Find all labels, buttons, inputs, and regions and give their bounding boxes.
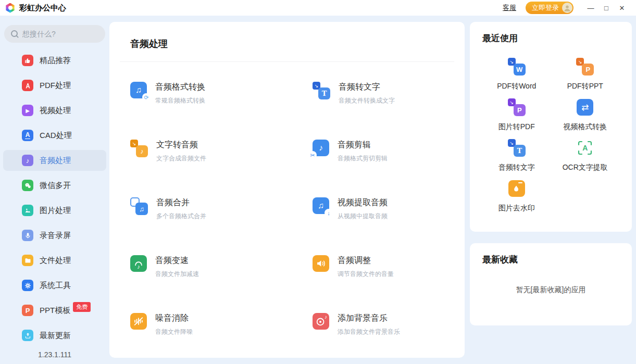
main-panel: 音频处理 ♫ ⟳ 音频格式转换 常规音频格式转换 ↘ T 音频转文字 音频文件转… xyxy=(109,22,465,358)
upload-icon xyxy=(22,330,33,341)
text-to-audio-icon: ↘ ♪ xyxy=(130,140,148,157)
feature-audio-speed[interactable]: ♪ 音频变速 音频文件加减速 xyxy=(130,255,313,279)
play-icon: ▶ xyxy=(22,105,33,116)
microphone-icon xyxy=(22,230,33,241)
sidebar-item-wechat[interactable]: 微信多开 xyxy=(3,175,106,196)
recent-item-video-format-convert[interactable]: ⇄ 视频格式转换 xyxy=(551,98,620,132)
sidebar-item-label: PPT模板 xyxy=(40,306,70,316)
sidebar-item-label: 图片处理 xyxy=(40,206,71,216)
feature-text-to-audio[interactable]: ↘ ♪ 文字转音频 文字合成音频文件 xyxy=(130,140,313,163)
recent-panel: 最近使用 ↘ W PDF转Word ↘ P PDF转PPT ↘ P 图片转PDF xyxy=(470,22,632,232)
down-arrow-icon: ↓ xyxy=(325,209,333,217)
pdf-icon xyxy=(22,80,33,91)
audio-speed-icon: ♪ xyxy=(130,255,147,272)
feature-video-extract-audio[interactable]: ♫ ↓ 视频提取音频 从视频中提取音频 xyxy=(313,197,444,221)
sidebar-item-label: 视频处理 xyxy=(40,106,71,116)
droplet-icon xyxy=(508,180,525,197)
avatar xyxy=(562,3,572,13)
speaker-icon xyxy=(313,255,329,272)
sidebar-item-cad[interactable]: A CAD处理 xyxy=(3,125,106,146)
favorites-panel: 最新收藏 暂无[最新收藏]的应用 xyxy=(470,243,632,325)
recent-item-image-to-pdf[interactable]: ↘ P 图片转PDF xyxy=(482,98,551,132)
scissors-icon: ✂ xyxy=(308,151,317,159)
sidebar-item-label: PDF处理 xyxy=(40,81,71,91)
feature-add-background-music[interactable]: ♪ 添加背景音乐 添加音频文件背景音乐 xyxy=(313,313,444,336)
sidebar-item-label: 微信多开 xyxy=(40,181,71,191)
audio-to-text-icon: ↘ T xyxy=(508,139,526,157)
sidebar-item-label: 最新更新 xyxy=(40,331,71,341)
sidebar-item-file[interactable]: 文件处理 xyxy=(3,250,106,271)
wechat-icon xyxy=(22,180,33,191)
recent-item-pdf-to-ppt[interactable]: ↘ P PDF转PPT xyxy=(551,58,620,91)
search-input[interactable] xyxy=(22,30,101,38)
free-badge: 免费 xyxy=(73,302,91,312)
pdf-to-word-icon: ↘ W xyxy=(508,58,526,76)
app-logo-icon xyxy=(5,3,15,13)
sidebar-item-label: 系统工具 xyxy=(40,281,71,291)
audio-to-text-icon: ↘ T xyxy=(313,82,330,99)
recent-item-audio-to-text[interactable]: ↘ T 音频转文字 xyxy=(482,139,551,172)
feature-audio-adjust[interactable]: 音频调整 调节音频文件的音量 xyxy=(313,255,444,279)
feature-grid: ♫ ⟳ 音频格式转换 常规音频格式转换 ↘ T 音频转文字 音频文件转换成文字 … xyxy=(130,82,444,336)
music-note-icon: ♪ xyxy=(22,155,33,166)
search-box[interactable] xyxy=(4,25,105,43)
favorites-title: 最新收藏 xyxy=(482,254,619,266)
favorites-empty-text: 暂无[最新收藏]的应用 xyxy=(482,285,619,295)
feature-audio-to-text[interactable]: ↘ T 音频转文字 音频文件转换成文字 xyxy=(313,82,444,105)
thumbs-up-icon xyxy=(22,55,33,66)
recent-item-watermark-removal[interactable]: 图片去水印 xyxy=(482,180,551,213)
sidebar-item-label: 音频处理 xyxy=(40,156,71,166)
pdf-to-ppt-icon: ↘ P xyxy=(576,58,594,76)
divider xyxy=(120,61,454,62)
folder-icon xyxy=(22,255,33,266)
recent-title: 最近使用 xyxy=(482,32,619,44)
sidebar-item-video[interactable]: ▶ 视频处理 xyxy=(3,100,106,121)
version-text: 1.23.1.111 xyxy=(0,350,109,359)
image-icon xyxy=(22,205,33,216)
search-icon xyxy=(11,30,18,37)
minimize-button[interactable]: — xyxy=(583,4,598,12)
sidebar-item-featured[interactable]: 精品推荐 xyxy=(3,50,106,71)
sidebar-item-recording[interactable]: 录音录屏 xyxy=(3,225,106,246)
sidebar-item-label: 精品推荐 xyxy=(40,56,71,66)
close-button[interactable]: ✕ xyxy=(614,4,630,12)
feature-audio-merge[interactable]: ♫ 音频合并 多个音频格式合并 xyxy=(130,197,313,221)
ocr-icon: A xyxy=(576,139,594,157)
refresh-icon: ⟳ xyxy=(142,93,151,102)
gear-icon xyxy=(22,280,33,291)
audio-cut-icon: ♪ ✂ xyxy=(313,140,329,156)
sidebar-item-label: CAD处理 xyxy=(40,131,72,141)
music-disc-icon: ♪ xyxy=(313,313,329,330)
sidebar-item-updates[interactable]: 最新更新 xyxy=(3,325,106,346)
recent-item-pdf-to-word[interactable]: ↘ W PDF转Word xyxy=(482,58,551,91)
feature-audio-format-convert[interactable]: ♫ ⟳ 音频格式转换 常规音频格式转换 xyxy=(130,82,313,105)
sidebar-item-system-tools[interactable]: 系统工具 xyxy=(3,275,106,296)
image-to-pdf-icon: ↘ P xyxy=(508,98,526,116)
sidebar-item-ppt-template[interactable]: P PPT模板 免费 xyxy=(3,300,106,321)
feature-audio-cut[interactable]: ♪ ✂ 音频剪辑 音频格式剪切剪辑 xyxy=(313,140,444,163)
login-button[interactable]: 立即登录 xyxy=(526,2,573,14)
sidebar-item-label: 录音录屏 xyxy=(40,231,71,241)
page-title: 音频处理 xyxy=(130,37,444,50)
video-extract-audio-icon: ♫ ↓ xyxy=(313,197,329,214)
maximize-button[interactable]: □ xyxy=(598,4,614,12)
recent-item-ocr[interactable]: A OCR文字提取 xyxy=(551,139,620,172)
sidebar: 精品推荐 PDF处理 ▶ 视频处理 A CAD处理 ♪ 音频处理 微信多开 图片… xyxy=(0,16,109,364)
cad-icon: A xyxy=(22,130,33,141)
sidebar-item-label: 文件处理 xyxy=(40,256,71,266)
recent-grid: ↘ W PDF转Word ↘ P PDF转PPT ↘ P 图片转PDF ⇄ 视频… xyxy=(482,58,619,213)
app-title: 彩虹办公中心 xyxy=(19,3,66,13)
support-link[interactable]: 客服 xyxy=(503,3,516,12)
audio-format-convert-icon: ♫ ⟳ xyxy=(130,82,147,98)
audio-merge-icon: ♫ xyxy=(130,197,148,215)
sidebar-item-pdf[interactable]: PDF处理 xyxy=(3,75,106,96)
sidebar-item-image[interactable]: 图片处理 xyxy=(3,200,106,221)
ppt-icon: P xyxy=(22,305,33,316)
titlebar: 彩虹办公中心 客服 立即登录 — □ ✕ xyxy=(0,0,636,16)
feature-noise-removal[interactable]: 噪音消除 音频文件降噪 xyxy=(130,313,313,336)
sidebar-item-audio[interactable]: ♪ 音频处理 xyxy=(3,150,106,171)
noise-removal-icon xyxy=(130,313,147,330)
swap-arrows-icon: ⇄ xyxy=(577,99,593,116)
